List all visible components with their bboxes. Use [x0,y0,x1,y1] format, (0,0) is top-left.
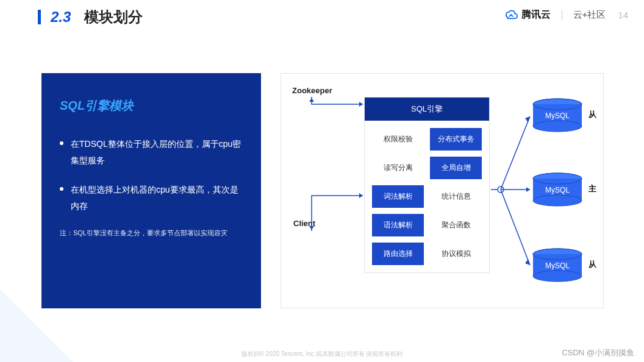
sql-cell: 词法解析 [372,185,424,208]
diagram: Zookeeper Client SQL引擎 权限校验分布式事务读写分离全局自增… [281,73,604,308]
db-name: MySQL [531,112,584,120]
panel-note: 注：SQL引擎没有主备之分，要求多节点部署以实现容灾 [60,227,243,239]
sql-cell: 协议模拟 [430,243,482,265]
svg-point-4 [498,186,504,193]
svg-marker-5 [525,116,530,122]
sql-engine-head: SQL引擎 [365,98,489,121]
svg-marker-1 [359,102,363,107]
sql-cell: 权限校验 [372,128,424,151]
brand1-text: 腾讯云 [521,9,551,21]
panel-title: SQL引擎模块 [60,98,243,114]
db-cylinder: MySQL [531,248,584,282]
sql-cell: 聚合函数 [430,214,482,236]
svg-point-18 [533,271,582,282]
page-title: 2.3 模块划分 [38,7,143,27]
db-cylinder: MySQL [531,172,584,207]
sql-cell: 读写分离 [372,157,424,179]
footer-copyright: 版权归© 2020 Tencent, Inc.或其附属公司所有 保留所有权利 [0,350,644,358]
brand-tencent-cloud: 腾讯云 [504,9,551,21]
section-title: 模块划分 [84,7,143,27]
left-panel: SQL引擎模块 在TDSQL整体位于接入层的位置，属于cpu密集型服务 在机型选… [41,73,261,308]
section-number: 2.3 [51,9,71,26]
sql-cell: 全局自增 [430,157,482,179]
cloud-icon [504,10,518,21]
header-right: 腾讯云 云+社区 14 [504,9,628,21]
zookeeper-label: Zookeeper [292,86,332,95]
client-label: Client [293,219,315,228]
db-name: MySQL [531,261,584,270]
divider [562,10,562,21]
watermark: CSDN @小满别摸鱼 [562,347,634,358]
sql-cell: 分布式事务 [430,128,482,151]
bullet-item: 在机型选择上对机器的cpu要求最高，其次是内存 [60,182,243,214]
svg-marker-6 [526,187,530,192]
sql-cell: 统计信息 [430,185,482,208]
svg-marker-7 [525,259,530,265]
svg-marker-0 [309,98,314,102]
db-role: 从 [589,109,596,120]
sql-cell: 路由选择 [372,243,424,265]
svg-marker-3 [359,193,363,198]
db-role: 从 [589,259,596,270]
db-cylinder: MySQL [531,98,584,132]
db-role: 主 [589,183,596,194]
sql-cell: 语法解析 [372,214,424,236]
sql-engine-grid: 权限校验分布式事务读写分离全局自增词法解析统计信息语法解析聚合函数路由选择协议模… [365,121,489,272]
svg-point-10 [533,121,582,132]
page-number: 14 [618,10,628,20]
brand2-text: 云+社区 [573,9,606,21]
svg-point-14 [533,195,582,206]
sql-engine-box: SQL引擎 权限校验分布式事务读写分离全局自增词法解析统计信息语法解析聚合函数路… [364,97,490,273]
panel-list: 在TDSQL整体位于接入层的位置，属于cpu密集型服务 在机型选择上对机器的cp… [60,136,243,214]
title-bar [38,10,41,24]
bullet-item: 在TDSQL整体位于接入层的位置，属于cpu密集型服务 [60,136,243,168]
db-name: MySQL [531,186,584,194]
